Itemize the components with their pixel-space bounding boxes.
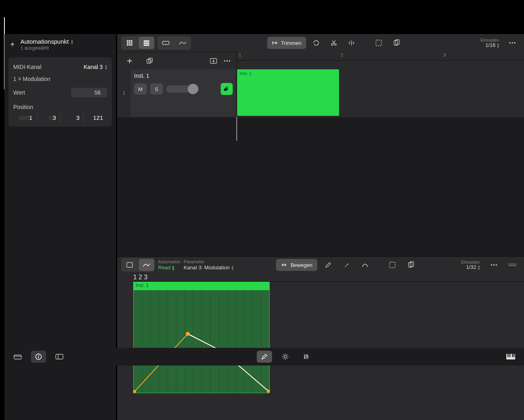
automation-mode-menu[interactable]: Automation Read▴▾ [158, 259, 181, 271]
editor-clip-header[interactable]: Inst. 1 [133, 282, 270, 290]
editor-paste-button[interactable] [403, 259, 418, 271]
solo-button[interactable]: S [150, 83, 163, 95]
automation-mode-button[interactable] [175, 37, 190, 49]
track-header[interactable]: Inst. 1 M S [131, 69, 236, 117]
editor-snap-menu[interactable]: Einrasten 1/32▴▾ [461, 260, 480, 270]
list-view-button[interactable] [139, 37, 154, 49]
track-mode-group [157, 36, 191, 50]
import-button[interactable] [209, 58, 217, 64]
wert-row: Wert 56 [13, 85, 107, 101]
svg-rect-37 [508, 265, 516, 266]
brush-tool-button[interactable] [339, 259, 354, 271]
svg-rect-3 [131, 40, 132, 42]
param-name-row: 1 = Modulation [13, 73, 107, 85]
curve-tool-button[interactable] [357, 259, 373, 271]
svg-line-67 [286, 355, 287, 355]
ruler-tick: 3 [144, 274, 148, 281]
mute-button[interactable]: M [134, 83, 147, 95]
piano-keyboard-button[interactable] [503, 351, 518, 363]
playhead[interactable] [236, 117, 237, 141]
editor-select-button[interactable] [385, 259, 400, 271]
position-label-row: Position [13, 101, 107, 111]
grid-view-button[interactable] [122, 37, 137, 49]
pencil-tool-button[interactable] [321, 259, 336, 271]
inspector-title[interactable]: Automationspunkt ▴▾ [20, 38, 73, 45]
midi-channel-row[interactable]: MIDI-Kanal Kanal 3 ▴▾ [13, 61, 107, 73]
svg-rect-30 [390, 262, 395, 268]
timeline-ruler[interactable]: 1 2 3 [236, 52, 524, 61]
marquee-tool-button[interactable] [122, 259, 137, 271]
position-div: 3 [61, 113, 84, 123]
editor-more-button[interactable] [486, 259, 502, 271]
view-mode-group [121, 36, 155, 50]
tracks-empty-area[interactable] [117, 117, 524, 256]
automation-point[interactable] [186, 332, 190, 336]
top-toolbar: Trimmen Einrasten 1/16▴▾ [117, 34, 524, 52]
mixer-button[interactable] [299, 351, 314, 363]
add-track-button[interactable] [122, 55, 137, 67]
settings-gear-button[interactable] [278, 351, 293, 363]
loop-button[interactable] [309, 37, 324, 49]
snap-menu[interactable]: Einrasten 1/16▴▾ [481, 38, 499, 48]
clip-label: Inst. 1 [240, 71, 252, 76]
timeline-lane[interactable]: Inst. 1 [236, 69, 524, 117]
track-row[interactable]: 1 Inst. 1 M S [117, 69, 236, 117]
tracks-panel: 1 Inst. 1 M S [117, 69, 524, 117]
chevron-updown-icon: ▴▾ [71, 39, 73, 44]
automation-curve[interactable] [133, 289, 294, 401]
chevron-updown-icon: ▴▾ [105, 64, 107, 70]
chevron-updown-icon: ▴▾ [172, 265, 174, 271]
svg-point-71 [304, 357, 305, 358]
svg-rect-29 [127, 262, 132, 267]
svg-rect-6 [131, 42, 132, 44]
svg-rect-13 [162, 41, 169, 44]
info-button[interactable] [31, 351, 46, 363]
ruler-tick: 1 [133, 274, 137, 281]
track-index: 1 [117, 69, 131, 117]
trim-button[interactable]: Trimmen [267, 37, 306, 49]
region-clip[interactable]: Inst. 1 [237, 69, 339, 116]
position-ticks: 121 [84, 113, 107, 123]
svg-line-66 [283, 358, 284, 359]
svg-point-26 [224, 60, 225, 62]
scissors-button[interactable] [326, 37, 341, 49]
volume-slider[interactable] [166, 85, 199, 93]
svg-point-33 [491, 264, 492, 266]
position-beats: 03 [37, 113, 61, 123]
ruler-tick: 2 [138, 274, 142, 281]
wert-value[interactable]: 56 [71, 88, 107, 97]
paste-button[interactable] [389, 37, 404, 49]
track-more-button[interactable] [223, 59, 231, 63]
svg-rect-36 [508, 264, 516, 265]
svg-rect-56 [38, 356, 39, 358]
drag-handle-icon[interactable] [505, 259, 520, 271]
split-join-button[interactable] [344, 37, 359, 49]
svg-rect-77 [512, 354, 513, 357]
svg-rect-76 [510, 354, 511, 357]
svg-rect-53 [14, 355, 21, 359]
svg-rect-7 [127, 44, 128, 46]
pencil-edit-button[interactable] [257, 351, 272, 363]
svg-point-34 [493, 264, 495, 266]
svg-rect-14 [272, 41, 273, 44]
marquee-select-button[interactable] [371, 37, 386, 49]
panels-button[interactable] [52, 351, 67, 363]
svg-rect-11 [144, 42, 149, 44]
instrument-icon[interactable] [221, 83, 233, 95]
track-name: Inst. 1 [134, 73, 233, 79]
more-button[interactable] [505, 37, 520, 49]
svg-point-28 [229, 60, 230, 62]
automation-tool-button[interactable] [139, 259, 154, 271]
editor-ruler[interactable]: 1 2 3 [133, 274, 524, 282]
parameter-menu[interactable]: Parameter Kanal 3: Modulation▴▾ [184, 259, 234, 271]
inspector-subtitle: 1 ausgewählt [20, 45, 73, 51]
position-fields[interactable]: 0001 03 3 121 [13, 113, 107, 123]
region-mode-button[interactable] [158, 37, 173, 49]
collapse-arrow-icon[interactable] [9, 41, 16, 48]
svg-rect-12 [144, 44, 149, 46]
move-tool-button[interactable]: Bewegen [276, 259, 317, 271]
library-button[interactable] [10, 351, 25, 363]
automation-point[interactable] [267, 390, 270, 393]
position-bars: 0001 [13, 113, 37, 123]
duplicate-track-button[interactable] [142, 55, 157, 67]
